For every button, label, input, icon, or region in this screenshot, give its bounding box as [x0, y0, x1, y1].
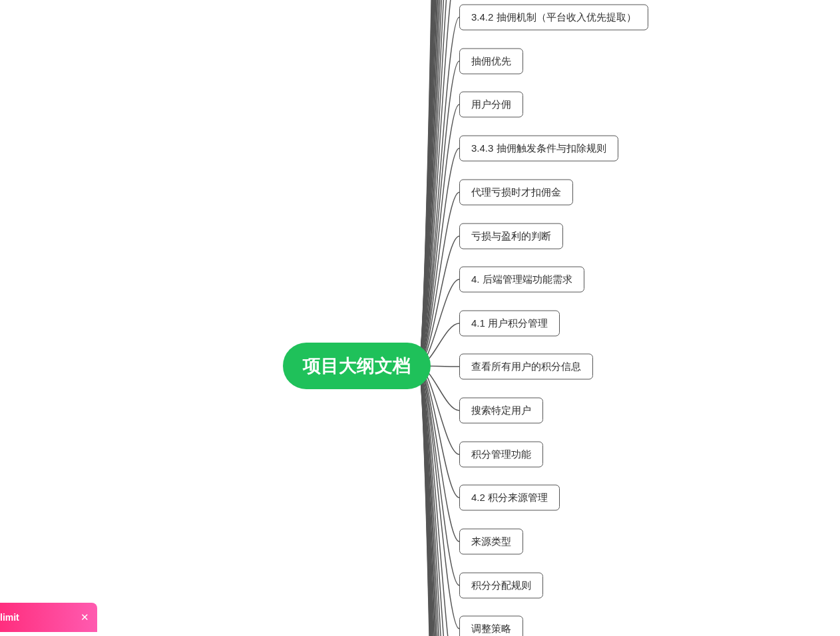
mindmap-child-node[interactable]: 查看所有用户的积分信息 — [459, 354, 593, 380]
child-node-label: 4.2 积分来源管理 — [471, 492, 548, 503]
child-node-label: 搜索特定用户 — [471, 404, 531, 416]
mindmap-child-node[interactable]: 4.2 积分来源管理 — [459, 485, 560, 511]
child-node-label: 来源类型 — [471, 536, 511, 547]
child-node-label: 积分分配规则 — [471, 579, 531, 591]
child-node-label: 3.4.3 抽佣触发条件与扣除规则 — [471, 142, 606, 154]
mindmap-child-node[interactable]: 代理亏损时才扣佣金 — [459, 180, 573, 206]
mindmap-child-node[interactable]: 抽佣优先 — [459, 49, 523, 75]
limit-toast: limit ✕ — [0, 603, 97, 632]
mindmap-child-node[interactable]: 积分分配规则 — [459, 573, 543, 599]
child-node-label: 代理亏损时才扣佣金 — [471, 186, 561, 198]
mindmap-child-node[interactable]: 积分管理功能 — [459, 442, 543, 468]
mindmap-child-node[interactable]: 搜索特定用户 — [459, 398, 543, 424]
toast-label: limit — [0, 612, 19, 623]
root-label: 项目大纲文档 — [303, 356, 411, 376]
mindmap-child-node[interactable]: 调整策略 — [459, 616, 523, 637]
mindmap-child-node[interactable]: 3.4.3 抽佣触发条件与扣除规则 — [459, 136, 618, 162]
child-node-label: 积分管理功能 — [471, 448, 531, 460]
mindmap-child-node[interactable]: 亏损与盈利的判断 — [459, 224, 563, 249]
child-node-label: 3.4.2 抽佣机制（平台收入优先提取） — [471, 11, 636, 23]
child-node-label: 抽佣优先 — [471, 55, 511, 67]
child-node-label: 用户分佣 — [471, 98, 511, 110]
mindmap-child-node[interactable]: 3.4.2 抽佣机制（平台收入优先提取） — [459, 5, 648, 31]
child-node-label: 4. 后端管理端功能需求 — [471, 273, 572, 285]
mindmap-root-node[interactable]: 项目大纲文档 — [283, 343, 431, 389]
mindmap-child-node[interactable]: 4.1 用户积分管理 — [459, 311, 560, 337]
child-node-label: 查看所有用户的积分信息 — [471, 361, 581, 372]
close-icon[interactable]: ✕ — [81, 611, 89, 623]
child-node-label: 调整策略 — [471, 623, 511, 634]
mindmap-child-node[interactable]: 4. 后端管理端功能需求 — [459, 267, 584, 293]
child-node-label: 4.1 用户积分管理 — [471, 317, 548, 329]
child-node-label: 亏损与盈利的判断 — [471, 230, 551, 241]
mindmap-child-node[interactable]: 用户分佣 — [459, 92, 523, 118]
mindmap-child-node[interactable]: 来源类型 — [459, 529, 523, 555]
